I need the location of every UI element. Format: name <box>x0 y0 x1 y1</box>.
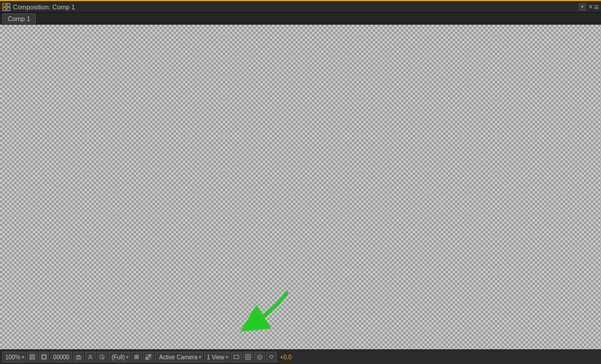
color-management-button[interactable] <box>97 352 107 362</box>
show-channel-button[interactable] <box>85 352 96 362</box>
svg-rect-23 <box>145 354 148 357</box>
green-arrow-indicator <box>229 286 305 333</box>
safe-zones-button[interactable] <box>39 352 49 362</box>
composition-title: Composition: Comp 1 <box>13 4 579 11</box>
svg-line-33 <box>270 357 271 359</box>
tabs-bar: Comp 1 <box>0 13 601 25</box>
active-camera-label: Active Camera <box>159 354 198 360</box>
svg-rect-0 <box>3 4 6 6</box>
3d-view-button[interactable] <box>254 352 265 362</box>
composition-viewport <box>0 25 601 349</box>
svg-point-14 <box>89 355 91 358</box>
svg-rect-7 <box>30 358 32 359</box>
view-layout-dropdown-arrow: ▾ <box>226 355 228 360</box>
reset-exposure-button[interactable] <box>266 352 277 362</box>
show-guides-button[interactable] <box>243 352 253 362</box>
fit-to-comp-button[interactable] <box>27 352 38 362</box>
svg-point-12 <box>78 356 80 359</box>
title-bar: Composition: Comp 1 ▾ ✕ ≡ <box>0 0 601 13</box>
svg-rect-5 <box>30 355 32 356</box>
resolution-value: (Full) <box>111 354 125 360</box>
transparency-grid-button[interactable] <box>143 352 154 362</box>
svg-rect-1 <box>7 4 10 6</box>
svg-rect-10 <box>42 356 45 359</box>
close-tab-button[interactable]: ✕ <box>587 4 594 11</box>
bottom-toolbar: 100% ▾ 00000 <box>0 349 601 364</box>
fast-previews-button[interactable] <box>131 352 142 362</box>
resolution-dropdown-arrow: ▾ <box>126 355 128 360</box>
svg-rect-6 <box>33 355 35 356</box>
title-dropdown-button[interactable]: ▾ <box>579 4 586 11</box>
exposure-value[interactable]: +0.0 <box>278 352 294 362</box>
comp1-tab[interactable]: Comp 1 <box>2 13 36 24</box>
svg-line-34 <box>271 357 273 359</box>
view-layout-label: 1 View <box>207 354 225 360</box>
snapshot-button[interactable] <box>73 352 84 362</box>
zoom-dropdown-arrow: ▾ <box>22 355 24 360</box>
zoom-dropdown[interactable]: 100% ▾ <box>2 352 26 362</box>
svg-rect-3 <box>7 8 10 11</box>
panel-menu-button[interactable]: ≡ <box>594 2 599 12</box>
exposure-number: +0.0 <box>280 354 292 360</box>
svg-rect-24 <box>148 357 151 360</box>
composition-icon <box>2 3 11 11</box>
svg-rect-13 <box>77 355 80 356</box>
toggle-pixel-aspect-button[interactable] <box>231 352 242 362</box>
svg-rect-2 <box>3 8 6 11</box>
resolution-dropdown[interactable]: (Full) ▾ <box>108 352 130 362</box>
zoom-value: 100% <box>5 354 21 360</box>
view-layout-dropdown[interactable]: 1 View ▾ <box>204 352 230 362</box>
active-camera-dropdown-arrow: ▾ <box>199 355 201 360</box>
timecode-display[interactable]: 00000 <box>50 352 73 362</box>
svg-rect-8 <box>33 358 35 359</box>
svg-rect-25 <box>234 355 239 359</box>
active-camera-dropdown[interactable]: Active Camera ▾ <box>155 352 203 362</box>
